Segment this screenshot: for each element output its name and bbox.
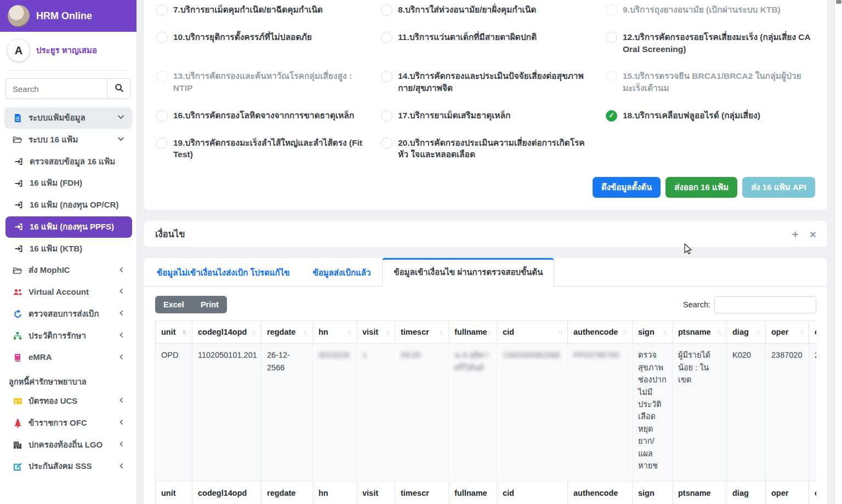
building-icon xyxy=(12,440,23,449)
vertical-scrollbar[interactable] xyxy=(834,0,842,504)
table-search-input[interactable] xyxy=(714,296,816,313)
sidebar-item[interactable]: ตรวจสอบข้อมูล 16 แฟ้ม xyxy=(5,151,132,173)
sidebar-item[interactable]: ระบบแฟ้มข้อมูล xyxy=(4,107,132,129)
close-icon[interactable]: × xyxy=(810,228,816,240)
sort-icon: ↑↓ xyxy=(385,328,389,335)
service-option[interactable]: ✓18.บริการเคลือบฟลูออไรด์ (กลุ่มเสี่ยง) xyxy=(606,110,815,122)
radio-circle-icon[interactable] xyxy=(381,138,392,149)
radio-circle-icon[interactable] xyxy=(606,32,617,43)
book-icon xyxy=(12,353,23,362)
chevron-left-icon xyxy=(118,353,124,362)
sidebar-item-label: ปกครองท้องถิ่น LGO xyxy=(29,440,113,450)
service-option[interactable]: 12.บริการคัดกรองรอยโรคเสี่ยงมะเร็ง (กลุ่… xyxy=(606,31,815,55)
enter-icon xyxy=(13,179,24,188)
tab-2[interactable]: ข้อมูลส่งเบิกแล้ว xyxy=(301,258,382,287)
tab-1[interactable]: ข้อมูลไม่เข้าเงื่อนไงส่งเบิก โปรดแก้ไข xyxy=(145,258,301,287)
service-option[interactable]: 20.บริการคัดกรองประเมินความเสี่ยงต่อการเ… xyxy=(381,137,590,161)
service-option[interactable]: 8.บริการใส่ห่วงอนามัย/ยาฝั่งคุมกำเนิด xyxy=(381,4,590,16)
chevron-left-icon xyxy=(118,419,124,427)
sidebar-item-label: ระบบแฟ้มข้อมูล xyxy=(29,113,112,123)
sidebar-item-label: ประกันสังคม SSS xyxy=(29,461,113,472)
radio-circle-icon[interactable] xyxy=(156,32,168,43)
column-header-ptsname[interactable]: ptsname↑↓ xyxy=(673,321,727,343)
table-footer-row: unitcodegl14opdregdatehnvisittimescrfull… xyxy=(156,482,817,504)
user-profile[interactable]: A ประยูร หาญเสมอ xyxy=(0,32,136,70)
column-header-oper[interactable]: oper↑↓ xyxy=(766,321,809,343)
sidebar-item[interactable]: ปกครองท้องถิ่น LGO xyxy=(4,434,132,456)
sidebar-item[interactable]: 16 แฟ้ม (กองทุน OP/CR) xyxy=(5,194,132,216)
footer-header-visit: visit xyxy=(357,482,395,504)
sidebar-item-label: ประวัติการรักษา xyxy=(29,331,113,341)
column-header-fullname[interactable]: fullname↑↓ xyxy=(449,321,497,343)
column-header-cc[interactable]: cc↑↓ xyxy=(809,321,817,343)
column-header-sign[interactable]: sign↑↓ xyxy=(633,321,673,343)
sidebar-item[interactable]: 16 แฟ้ม (กองทุน PPFS) xyxy=(5,216,132,238)
radio-circle-icon[interactable] xyxy=(156,4,168,16)
sidebar-item[interactable]: Virtual Account xyxy=(4,282,132,303)
sidebar-item-label: 16 แฟ้ม (KTB) xyxy=(30,244,124,254)
service-option[interactable]: 14.บริการคัดกรองและประเมินปัจจัยเสี่ยงต่… xyxy=(381,70,590,94)
table-scroll-area[interactable]: unit↑↓codegl14opd↑↓regdate↑↓hn↑↓visit↑↓t… xyxy=(155,320,816,504)
edit-icon xyxy=(12,462,23,471)
column-header-hn[interactable]: hn↑↓ xyxy=(313,321,357,343)
radio-circle-icon[interactable] xyxy=(381,71,392,82)
column-header-authencode[interactable]: authencode↑↓ xyxy=(568,321,633,343)
service-option: 13.บริการคัดกรองและค้นหาวัณโรคกลุ่มเสี่ย… xyxy=(156,70,366,94)
radio-circle-icon[interactable] xyxy=(381,4,392,16)
sidebar-item[interactable]: ข้าราชการ OFC xyxy=(4,413,132,434)
column-header-diag[interactable]: diag↑↓ xyxy=(727,321,766,343)
chevron-left-icon xyxy=(118,266,124,275)
excel-button[interactable]: Excel xyxy=(155,296,192,313)
column-header-label: ptsname xyxy=(678,328,711,336)
column-header-visit[interactable]: visit↑↓ xyxy=(357,321,395,343)
fetch-initial-data-button[interactable]: ดึงข้อมูลตั้งต้น xyxy=(593,177,661,198)
sidebar-item[interactable]: ส่ง MophIC xyxy=(4,260,132,281)
column-header-regdate[interactable]: regdate↑↓ xyxy=(261,321,313,343)
cell-unit: OPD xyxy=(156,343,192,482)
search-input[interactable] xyxy=(5,78,107,99)
service-option-label: 18.บริการเคลือบฟลูออไรด์ (กลุ่มเสี่ยง) xyxy=(623,110,760,122)
service-option[interactable]: 17.บริการยาเม็ดเสริมธาตุเหล็ก xyxy=(381,110,590,122)
scrollbar-thumb[interactable] xyxy=(836,0,841,4)
user-name: ประยูร หาญเสมอ xyxy=(36,44,97,57)
checked-circle-icon[interactable]: ✓ xyxy=(606,110,617,122)
service-option[interactable]: 10.บริการยุติการตั้งครรภ์ที่ไม่ปลอดภัย xyxy=(156,31,366,55)
sidebar-item[interactable]: eMRA xyxy=(4,347,132,368)
column-header-unit[interactable]: unit↑↓ xyxy=(156,321,192,343)
column-header-timescr[interactable]: timescr↑↓ xyxy=(395,321,449,343)
service-option[interactable]: 19.บริการคัดกรองมะเร็งลำไส้ใหญ่และลำไส้ต… xyxy=(156,137,366,161)
column-header-label: cc xyxy=(815,328,816,336)
search-button[interactable] xyxy=(107,78,131,99)
column-header-cid[interactable]: cid↑↓ xyxy=(497,321,568,343)
services-panel: 7.บริการยาเม็ดคุมกำเนิด/ยาฉีดคุมกำเนิด8.… xyxy=(144,0,828,210)
service-option[interactable]: 7.บริการยาเม็ดคุมกำเนิด/ยาฉีดคุมกำเนิด xyxy=(156,4,366,16)
sidebar-item[interactable]: ประกันสังคม SSS xyxy=(4,456,132,477)
service-option[interactable]: 16.บริการคัดกรองโลหิตจางจากการขาดธาตุเหล… xyxy=(156,110,366,122)
sidebar-item[interactable]: ระบบ 16 แฟ้ม xyxy=(4,129,132,151)
service-option[interactable]: 11.บริการแว่นตาเด็กที่มีสายตาผิดปกติ xyxy=(381,31,590,55)
sidebar-item[interactable]: ตรวจสอบการส่งเบิก xyxy=(4,303,132,325)
sidebar-item[interactable]: 16 แฟ้ม (FDH) xyxy=(5,173,132,194)
export-16-files-button[interactable]: ส่งออก 16 แฟ้ม xyxy=(665,177,737,198)
sidebar-menu: ระบบแฟ้มข้อมูลระบบ 16 แฟ้มตรวจสอบข้อมูล … xyxy=(0,105,136,477)
radio-circle-icon[interactable] xyxy=(381,110,392,122)
sidebar-item[interactable]: บัตรทอง UCS xyxy=(4,391,132,412)
footer-header-cid: cid xyxy=(497,482,568,504)
radio-circle-icon[interactable] xyxy=(381,32,392,43)
radio-circle-icon[interactable] xyxy=(156,110,168,122)
sidebar-item[interactable]: 16 แฟ้ม (KTB) xyxy=(5,238,132,260)
user-avatar: A xyxy=(8,39,30,61)
sort-icon: ↑↓ xyxy=(303,328,307,335)
print-button[interactable]: Print xyxy=(192,296,227,313)
sidebar-item[interactable]: ประวัติการรักษา xyxy=(4,325,132,347)
sort-icon: ↑↓ xyxy=(717,328,721,335)
column-header-codegl14opd[interactable]: codegl14opd↑↓ xyxy=(192,321,261,343)
chevron-left-icon xyxy=(118,310,124,318)
table-row[interactable]: OPD1102050101.20126-12-25660023228109:05… xyxy=(156,343,817,482)
radio-circle-icon[interactable] xyxy=(156,138,168,149)
tab-3[interactable]: ข้อมูลเข้าเงื่อนไข ผ่านการตรวจสอบขั้นต้น xyxy=(382,258,554,287)
service-option-label: 8.บริการใส่ห่วงอนามัย/ยาฝั่งคุมกำเนิด xyxy=(398,4,536,16)
send-16-files-api-button[interactable]: ส่ง 16 แฟ้ม API xyxy=(742,177,815,198)
plus-icon[interactable]: + xyxy=(792,228,798,240)
footer-header-unit: unit xyxy=(156,482,192,504)
